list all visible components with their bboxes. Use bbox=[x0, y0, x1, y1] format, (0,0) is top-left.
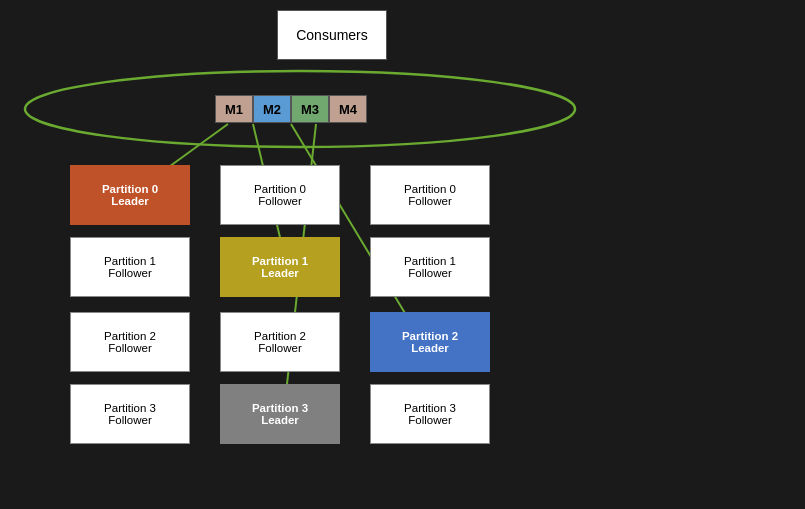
partition-2-follower-b2: Partition 2Follower bbox=[220, 312, 340, 372]
partition-0-follower-b3: Partition 0Follower bbox=[370, 165, 490, 225]
partition-3-follower-b1: Partition 3Follower bbox=[70, 384, 190, 444]
message-m4: M4 bbox=[329, 95, 367, 123]
partition-1-follower-b3: Partition 1Follower bbox=[370, 237, 490, 297]
partition-3-leader-b2: Partition 3Leader bbox=[220, 384, 340, 444]
partition-0-follower-b2: Partition 0Follower bbox=[220, 165, 340, 225]
partition-1-leader-b2: Partition 1Leader bbox=[220, 237, 340, 297]
consumers-label: Consumers bbox=[296, 27, 368, 43]
message-m3: M3 bbox=[291, 95, 329, 123]
messages-row: M1 M2 M3 M4 bbox=[215, 95, 367, 123]
partition-1-follower-b1: Partition 1Follower bbox=[70, 237, 190, 297]
broker-1: Partition 0Leader Partition 1Follower Pa… bbox=[70, 165, 205, 456]
main-canvas: Consumers M1 M2 M3 M4 Partition 0Leader … bbox=[0, 0, 805, 509]
partition-0-leader-b1: Partition 0Leader bbox=[70, 165, 190, 225]
partition-2-follower-b1: Partition 2Follower bbox=[70, 312, 190, 372]
message-m1: M1 bbox=[215, 95, 253, 123]
consumers-box: Consumers bbox=[277, 10, 387, 60]
message-m2: M2 bbox=[253, 95, 291, 123]
partition-3-follower-b3: Partition 3Follower bbox=[370, 384, 490, 444]
partition-2-leader-b3: Partition 2Leader bbox=[370, 312, 490, 372]
broker-3: Partition 0Follower Partition 1Follower … bbox=[370, 165, 505, 456]
broker-2: Partition 0Follower Partition 1Leader Pa… bbox=[220, 165, 355, 456]
